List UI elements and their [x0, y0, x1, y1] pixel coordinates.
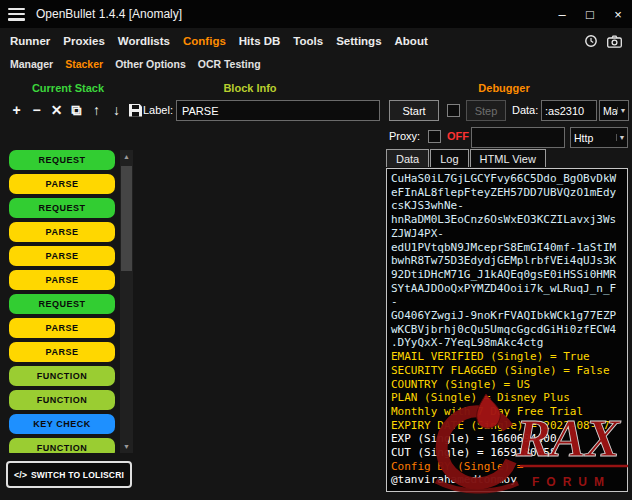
stack-block[interactable]: REQUEST	[9, 150, 115, 170]
output-line: edU1PVtqbN9JMceprS8EmGI40mf-1aStIM	[391, 241, 623, 255]
scroll-up-icon[interactable]: ▲	[120, 150, 133, 163]
remove-block-icon[interactable]: −	[29, 102, 44, 118]
add-block-icon[interactable]: +	[9, 102, 24, 118]
proxy-off-status: OFF	[447, 130, 469, 142]
block-label-caption: Label:	[143, 104, 173, 116]
output-line: GO406YZwgiJ-9noKrFVAQIbkWCk1g77EZP	[391, 309, 623, 323]
output-line: wKCBVjbrhj0cQu5UmqcGgcdGiHi0zfECW4	[391, 323, 623, 337]
current-stack-title: Current Stack	[0, 82, 136, 94]
menu-item[interactable]: Hits DB	[239, 35, 281, 47]
window-title: OpenBullet 1.4.4 [Anomaly]	[36, 7, 182, 21]
proxy-type-select[interactable]: Http ▼	[570, 127, 628, 148]
watermark-text: RAX	[515, 410, 621, 467]
stack-block[interactable]: PARSE	[9, 246, 115, 266]
stack-block[interactable]: FUNCTION	[9, 390, 115, 410]
maximize-button[interactable]: □	[576, 0, 604, 28]
stack-block[interactable]: PARSE	[9, 318, 115, 338]
chevron-down-icon: ▼	[617, 107, 628, 114]
titlebar: OpenBullet 1.4.4 [Anomaly] – □ ×	[0, 0, 632, 28]
output-line: bwhR8Tw75D3EdydjGEMplrbfVEi4qUJs3K	[391, 254, 623, 268]
code-icon: </>	[14, 470, 27, 480]
output-line: SECURITY FLAGGED (Single) = False	[391, 364, 623, 378]
stack-block[interactable]: FUNCTION	[9, 366, 115, 386]
scroll-down-icon[interactable]: ▼	[120, 440, 133, 453]
stack-scrollbar[interactable]: ▲ ▼	[120, 150, 133, 453]
minimize-button[interactable]: –	[548, 0, 576, 28]
clone-block-icon[interactable]: ⧉	[69, 102, 84, 118]
stack-toolbar: + − ✕ ⧉ ↑ ↓	[9, 99, 142, 121]
output-line: .DYyQxX-7YeqL98mAkc4ctg	[391, 336, 623, 350]
block-stack: REQUEST PARSE REQUEST PARSE PARSE PARSE …	[9, 150, 116, 453]
menu-item[interactable]: About	[395, 35, 428, 47]
openbullet-window: OpenBullet 1.4.4 [Anomaly] – □ × Runner …	[0, 0, 632, 500]
screenshot-icon[interactable]	[607, 35, 622, 48]
block-label-input[interactable]	[176, 100, 380, 121]
output-line: ZJWJ4PX-	[391, 227, 623, 241]
stack-block[interactable]: PARSE	[9, 270, 115, 290]
output-line: csKJS3whNe-	[391, 199, 623, 213]
submenu-item[interactable]: Other Options	[115, 58, 186, 70]
close-button[interactable]: ×	[604, 0, 632, 28]
switch-button-label: SWITCH TO LOLISCRI	[31, 470, 124, 480]
output-line: -	[391, 295, 623, 309]
block-info-title: Block Info	[158, 82, 342, 94]
data-label: Data:	[512, 104, 538, 116]
scrollbar-thumb[interactable]	[121, 166, 132, 271]
main-menu: Runner Proxies Wordlists Configs Hits DB…	[0, 28, 632, 54]
stack-block[interactable]: PARSE	[9, 342, 115, 362]
stack-block[interactable]: FUNCTION	[9, 438, 115, 453]
app-menu-icon[interactable]	[8, 8, 25, 21]
output-line: 92DtiDHcM71G_J1kAQEq0gsE0iHSSi0HMR	[391, 268, 623, 282]
configs-submenu: Manager Stacker Other Options OCR Testin…	[0, 54, 632, 74]
debugger-tab[interactable]: Data	[386, 149, 429, 167]
step-button[interactable]: Step	[466, 100, 506, 121]
proxy-input[interactable]	[471, 127, 565, 148]
save-config-icon[interactable]	[129, 104, 142, 117]
debugger-tab[interactable]: Log	[430, 149, 468, 167]
menu-item[interactable]: Proxies	[63, 35, 105, 47]
output-line: CuHaS0iL7GjLGCYFvy66C5Ddo_BgOBvDkW	[391, 172, 623, 186]
history-icon[interactable]	[584, 34, 598, 48]
menu-item[interactable]: Wordlists	[118, 35, 170, 47]
watermark-subtext: FORUM	[532, 475, 611, 489]
submenu-item[interactable]: Stacker	[65, 58, 103, 70]
debugger-title: Debugger	[452, 82, 556, 94]
proxy-label: Proxy:	[389, 130, 420, 142]
stack-block[interactable]: REQUEST	[9, 198, 115, 218]
move-block-up-icon[interactable]: ↑	[89, 102, 104, 118]
clear-stack-icon[interactable]: ✕	[49, 102, 64, 118]
menu-item[interactable]: Tools	[293, 35, 323, 47]
step-by-step-checkbox[interactable]	[447, 104, 460, 117]
output-line: eFInAL8flepFteyZEH57DD7UBVQzO1mEdy	[391, 186, 623, 200]
output-line: EMAIL VERIFIED (Single) = True	[391, 350, 623, 364]
debugger-tab[interactable]: HTML View	[470, 149, 546, 167]
stack-block[interactable]: PARSE	[9, 174, 115, 194]
stack-block[interactable]: REQUEST	[9, 294, 115, 314]
wordlist-type-select[interactable]: Ma: ▼	[599, 100, 629, 121]
stack-block[interactable]: KEY CHECK	[9, 414, 115, 434]
menu-icons	[584, 34, 622, 48]
window-controls: – □ ×	[548, 0, 632, 28]
wordlist-type-value: Ma:	[600, 105, 617, 117]
menu-item[interactable]: Runner	[10, 35, 50, 47]
proxy-type-value: Http	[571, 132, 616, 144]
start-button[interactable]: Start	[389, 100, 439, 121]
switch-to-loliscript-button[interactable]: </> SWITCH TO LOLISCRI	[6, 461, 132, 488]
debugger-tabs: Data Log HTML View	[386, 149, 547, 167]
submenu-item[interactable]: OCR Testing	[198, 58, 261, 70]
crax-forum-watermark: RAX FORUM	[430, 393, 632, 500]
output-line: COUNTRY (Single) = US	[391, 378, 623, 392]
move-block-down-icon[interactable]: ↓	[109, 102, 124, 118]
stack-block[interactable]: PARSE	[9, 222, 115, 242]
submenu-item[interactable]: Manager	[10, 58, 53, 70]
output-line: hnRaDM0L3EoCnz6OsWxEO3KCZILavxj3Ws	[391, 213, 623, 227]
chevron-down-icon: ▼	[616, 134, 627, 141]
debug-data-input[interactable]	[541, 100, 597, 121]
output-line: SYtAAJDOoQxPYMZD4Ooii7k_wLRuqJ_n_F	[391, 282, 623, 296]
menu-item[interactable]: Settings	[336, 35, 381, 47]
proxy-checkbox[interactable]	[428, 130, 441, 143]
menu-item[interactable]: Configs	[183, 35, 226, 47]
